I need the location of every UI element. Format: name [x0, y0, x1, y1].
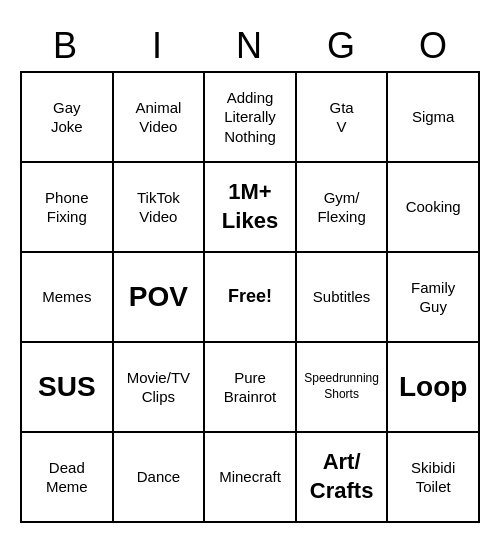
cell-4-1: Dance: [114, 433, 206, 523]
cell-0-3: Gta V: [297, 73, 389, 163]
cell-3-3: Speedrunning Shorts: [297, 343, 389, 433]
cell-1-3: Gym/ Flexing: [297, 163, 389, 253]
header-b: B: [20, 21, 112, 71]
cell-0-1: Animal Video: [114, 73, 206, 163]
cell-2-0: Memes: [22, 253, 114, 343]
cell-1-4: Cooking: [388, 163, 480, 253]
header-i: I: [112, 21, 204, 71]
cell-0-4: Sigma: [388, 73, 480, 163]
header-o: O: [388, 21, 480, 71]
cell-2-4: Family Guy: [388, 253, 480, 343]
cell-2-2: Free!: [205, 253, 297, 343]
cell-4-4: Skibidi Toilet: [388, 433, 480, 523]
bingo-header: B I N G O: [20, 21, 480, 71]
cell-3-1: Movie/TV Clips: [114, 343, 206, 433]
cell-3-0: SUS: [22, 343, 114, 433]
cell-2-3: Subtitles: [297, 253, 389, 343]
cell-1-0: Phone Fixing: [22, 163, 114, 253]
bingo-card: B I N G O Gay JokeAnimal VideoAdding Lit…: [20, 21, 480, 523]
cell-4-0: Dead Meme: [22, 433, 114, 523]
cell-4-2: Minecraft: [205, 433, 297, 523]
bingo-grid: Gay JokeAnimal VideoAdding Literally Not…: [20, 71, 480, 523]
cell-1-1: TikTok Video: [114, 163, 206, 253]
header-g: G: [296, 21, 388, 71]
cell-0-0: Gay Joke: [22, 73, 114, 163]
cell-3-2: Pure Brainrot: [205, 343, 297, 433]
cell-4-3: Art/ Crafts: [297, 433, 389, 523]
cell-3-4: Loop: [388, 343, 480, 433]
cell-1-2: 1M+ Likes: [205, 163, 297, 253]
header-n: N: [204, 21, 296, 71]
cell-0-2: Adding Literally Nothing: [205, 73, 297, 163]
cell-2-1: POV: [114, 253, 206, 343]
